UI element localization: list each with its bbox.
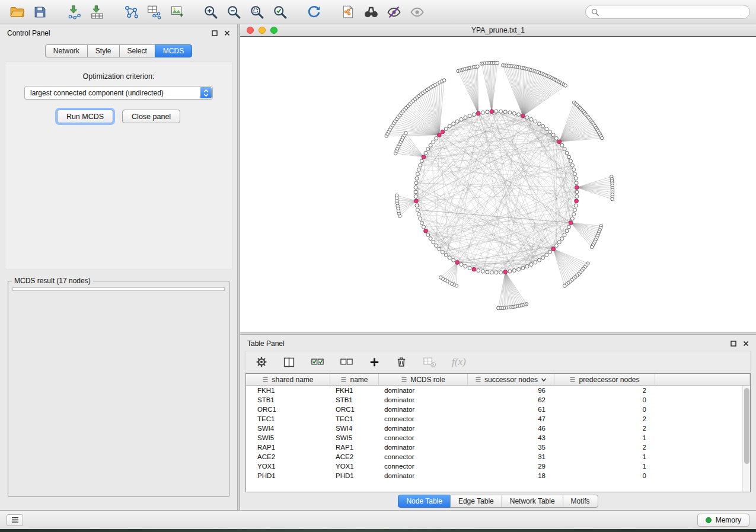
tab-network[interactable]: Network xyxy=(45,44,88,57)
table-row[interactable]: TEC1TEC1connector472 xyxy=(246,414,750,424)
table-row[interactable]: SWI4SWI4dominator462 xyxy=(246,424,750,433)
cell-name: STB1 xyxy=(330,395,379,405)
hamburger-icon xyxy=(11,517,19,523)
run-mcds-button[interactable]: Run MCDS xyxy=(57,110,113,123)
cell-successors: 61 xyxy=(468,405,554,414)
table-scrollbar[interactable] xyxy=(742,386,750,492)
cell-successors: 35 xyxy=(468,443,554,452)
new-network-button[interactable] xyxy=(120,2,142,21)
table-row[interactable]: STB1STB1dominator620 xyxy=(246,395,750,405)
cell-name: FKH1 xyxy=(330,386,379,395)
cell-successors: 43 xyxy=(468,433,554,443)
maximize-window-icon[interactable] xyxy=(270,27,277,34)
add-column-button[interactable] xyxy=(369,357,380,368)
show-graphics-button[interactable] xyxy=(406,2,428,21)
zoom-selected-button[interactable] xyxy=(269,2,291,21)
delete-table-button[interactable] xyxy=(423,356,436,368)
table-row[interactable]: FKH1FKH1dominator962 xyxy=(246,386,750,395)
share-document-icon xyxy=(340,4,356,20)
tab-motifs[interactable]: Motifs xyxy=(563,495,598,508)
main-toolbar xyxy=(0,0,756,24)
deselect-all-rows-button[interactable] xyxy=(340,356,353,368)
show-column-button[interactable] xyxy=(283,356,295,368)
float-table-panel-icon[interactable] xyxy=(731,341,736,347)
memory-status-icon xyxy=(706,517,712,523)
function-builder-button[interactable]: f(x) xyxy=(452,356,466,368)
cell-shared-name: PHD1 xyxy=(246,471,330,480)
network-graph-svg xyxy=(240,37,756,332)
delete-column-button[interactable] xyxy=(395,356,407,368)
search-network-button[interactable] xyxy=(360,2,382,21)
col-header-shared-name[interactable]: shared name xyxy=(246,374,330,386)
zoom-in-button[interactable] xyxy=(200,2,222,21)
tab-node-table[interactable]: Node Table xyxy=(398,495,451,508)
close-table-panel-icon[interactable] xyxy=(743,341,749,347)
network-view-window: YPA_prune.txt_1 xyxy=(240,24,756,332)
refresh-view-button[interactable] xyxy=(303,2,325,21)
memory-button[interactable]: Memory xyxy=(697,514,749,527)
network-titlebar: YPA_prune.txt_1 xyxy=(240,24,756,37)
close-panel-icon[interactable] xyxy=(224,30,230,36)
share-document-button[interactable] xyxy=(337,2,359,21)
cell-name: SWI4 xyxy=(330,424,379,433)
control-panel-tabs: Network Style Select MCDS xyxy=(0,44,237,57)
table-row[interactable]: SWI5SWI5connector431 xyxy=(246,433,750,443)
table-panel-header: Table Panel xyxy=(240,335,756,350)
menu-button[interactable] xyxy=(7,514,23,526)
tab-edge-table[interactable]: Edge Table xyxy=(450,495,502,508)
column-attribute-icon xyxy=(569,376,576,383)
table-row[interactable]: PHD1PHD1dominator180 xyxy=(246,471,750,480)
mcds-result-list[interactable]: PHD1CAR1STP4TID3YOX1SWI4SRD1PMA2FKH1ACE2… xyxy=(12,287,225,291)
open-folder-icon xyxy=(9,4,25,20)
zoom-out-button[interactable] xyxy=(223,2,245,21)
table-settings-button[interactable] xyxy=(256,356,267,368)
deselect-all-icon xyxy=(340,356,353,368)
import-network-button[interactable] xyxy=(63,2,85,21)
cell-predecessors: 1 xyxy=(554,462,655,471)
tab-select[interactable]: Select xyxy=(119,44,155,57)
select-all-rows-button[interactable] xyxy=(311,356,324,368)
table-row[interactable]: YOX1YOX1connector291 xyxy=(246,462,750,471)
close-window-icon[interactable] xyxy=(247,27,254,34)
open-session-button[interactable] xyxy=(6,2,28,21)
import-table-button[interactable] xyxy=(86,2,108,21)
cell-filler xyxy=(655,386,750,395)
col-header-name[interactable]: name xyxy=(330,374,379,386)
cell-successors: 31 xyxy=(468,452,554,462)
minimize-window-icon[interactable] xyxy=(259,27,266,34)
table-scrollbar-thumb[interactable] xyxy=(744,388,749,464)
table-row[interactable]: RAP1RAP1dominator352 xyxy=(246,443,750,452)
cell-predecessors: 2 xyxy=(554,414,655,424)
float-panel-icon[interactable] xyxy=(212,30,218,36)
cell-filler xyxy=(655,395,750,405)
zoom-fit-button[interactable] xyxy=(246,2,268,21)
table-row[interactable]: ACE2ACE2connector311 xyxy=(246,452,750,462)
tab-style[interactable]: Style xyxy=(87,44,120,57)
close-panel-button[interactable]: Close panel xyxy=(122,110,180,123)
criterion-select[interactable]: largest connected component (undirected) xyxy=(24,86,213,100)
cell-name: YOX1 xyxy=(330,462,379,471)
col-header-mcds-role[interactable]: MCDS role xyxy=(379,374,468,386)
hide-graphics-button[interactable] xyxy=(383,2,405,21)
cell-successors: 62 xyxy=(468,395,554,405)
tab-mcds[interactable]: MCDS xyxy=(155,44,192,57)
col-header-successor-nodes[interactable]: successor nodes xyxy=(468,374,554,386)
new-network-from-table-button[interactable] xyxy=(143,2,165,21)
table-panel-title: Table Panel xyxy=(247,339,285,348)
network-canvas[interactable] xyxy=(240,37,756,332)
cell-role: dominator xyxy=(379,395,468,405)
save-session-button[interactable] xyxy=(29,2,51,21)
cell-predecessors: 2 xyxy=(554,386,655,395)
cell-shared-name: SWI5 xyxy=(246,433,330,443)
column-attribute-icon xyxy=(340,376,347,383)
search-input[interactable] xyxy=(602,8,744,16)
col-header-predecessor-nodes[interactable]: predecessor nodes xyxy=(554,374,655,386)
column-attribute-icon xyxy=(475,376,481,383)
binoculars-icon xyxy=(363,4,379,20)
cell-predecessors: 2 xyxy=(554,424,655,433)
mcds-result-item[interactable]: PHD1 xyxy=(17,290,224,291)
tab-network-table[interactable]: Network Table xyxy=(502,495,563,508)
delete-table-icon xyxy=(423,356,436,368)
table-row[interactable]: ORC1ORC1dominator610 xyxy=(246,405,750,414)
export-image-button[interactable] xyxy=(166,2,188,21)
